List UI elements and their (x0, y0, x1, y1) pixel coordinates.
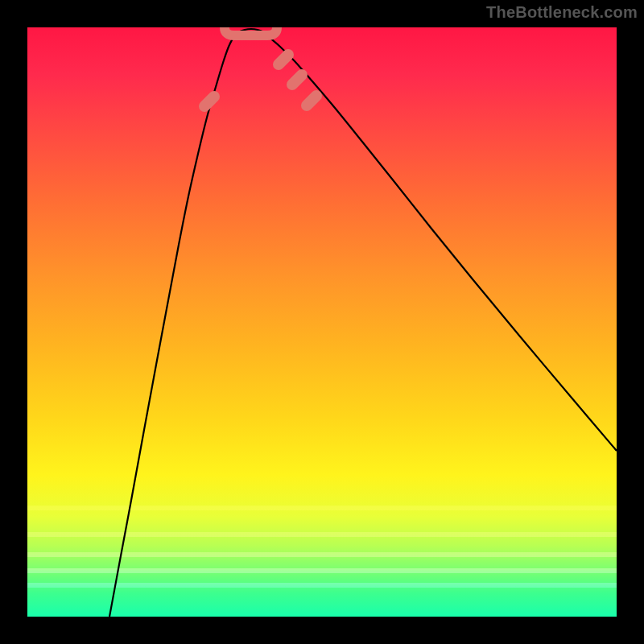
curve-right-branch (269, 37, 617, 451)
overlay-right-2 (292, 75, 302, 85)
chart-svg (27, 27, 617, 617)
overlay-right-1 (279, 55, 288, 64)
plot-area (27, 27, 617, 617)
overlay-left-dot (204, 97, 214, 106)
curve-left-branch (109, 37, 233, 617)
overlay-right-3 (307, 96, 316, 105)
watermark-text: TheBottleneck.com (486, 3, 638, 22)
app-frame: TheBottleneck.com (0, 0, 644, 644)
